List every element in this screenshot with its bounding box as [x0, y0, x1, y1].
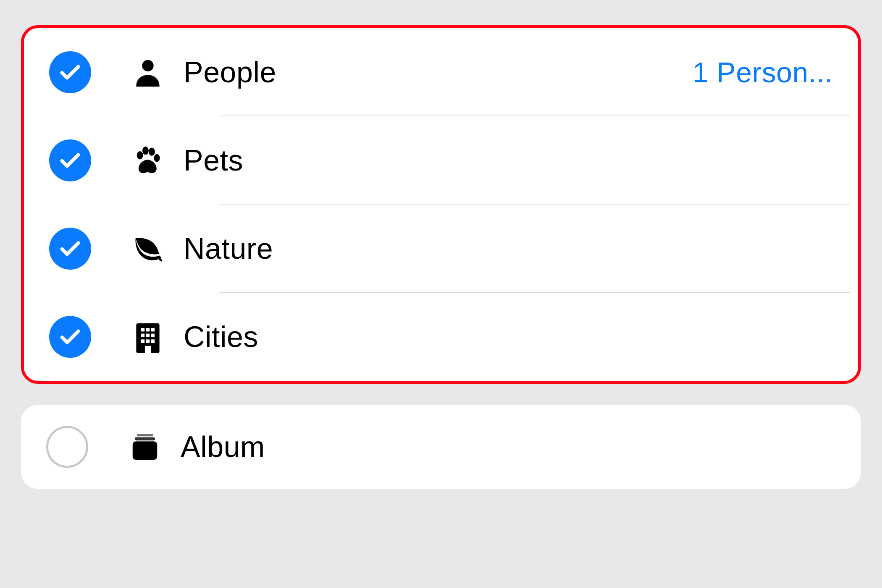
- row-album[interactable]: Album: [21, 405, 861, 489]
- checkmark-icon: [58, 236, 82, 261]
- categories-group-card: People 1 Person... Pets Nature Cities: [21, 25, 861, 384]
- row-label: People: [184, 55, 693, 89]
- svg-point-4: [154, 154, 160, 162]
- checkbox-cities[interactable]: [49, 316, 91, 358]
- row-cities[interactable]: Cities: [24, 293, 858, 381]
- svg-point-0: [142, 60, 153, 71]
- row-label: Album: [181, 430, 836, 464]
- svg-rect-7: [133, 441, 158, 460]
- checkbox-album[interactable]: [46, 426, 88, 468]
- checkbox-pets[interactable]: [49, 139, 91, 181]
- checkmark-icon: [58, 148, 82, 173]
- checkbox-people[interactable]: [49, 51, 91, 93]
- row-trailing-link[interactable]: 1 Person...: [693, 56, 833, 89]
- person-icon: [125, 56, 171, 89]
- row-label: Nature: [184, 232, 833, 265]
- svg-rect-6: [135, 437, 155, 440]
- row-label: Pets: [184, 144, 833, 177]
- album-card: Album: [21, 405, 861, 489]
- svg-rect-5: [137, 434, 153, 436]
- svg-point-2: [142, 147, 149, 155]
- leaf-icon: [125, 232, 171, 265]
- checkmark-icon: [58, 60, 82, 84]
- checkmark-icon: [58, 325, 82, 349]
- checkbox-nature[interactable]: [49, 228, 91, 270]
- row-pets[interactable]: Pets: [24, 116, 858, 205]
- album-stack-icon: [122, 430, 168, 463]
- row-people[interactable]: People 1 Person...: [24, 28, 858, 116]
- svg-point-3: [149, 147, 155, 156]
- row-nature[interactable]: Nature: [24, 205, 858, 293]
- building-icon: [125, 320, 171, 353]
- pawprint-icon: [125, 144, 171, 177]
- svg-point-1: [137, 151, 143, 160]
- row-label: Cities: [184, 320, 833, 354]
